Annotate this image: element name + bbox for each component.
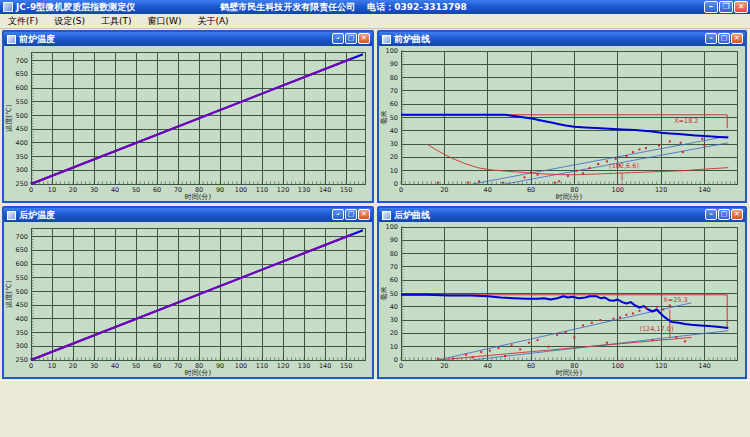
svg-text:20: 20 [440, 186, 448, 194]
svg-text:30: 30 [390, 140, 398, 148]
svg-text:600: 600 [16, 260, 28, 268]
svg-text:50: 50 [390, 114, 398, 122]
svg-text:150: 150 [340, 362, 352, 370]
rear-temp-title: 后炉温度 [19, 209, 55, 222]
svg-text:0: 0 [394, 180, 398, 188]
rear-curve-titlebar[interactable]: 后炉曲线 – □ ✕ [379, 208, 745, 222]
menu-settings[interactable]: 设定(S) [46, 15, 93, 28]
rear-temperature-chart: 0102030405060708090100110120130140150250… [4, 222, 372, 377]
svg-text:40: 40 [390, 303, 398, 311]
svg-text:40: 40 [484, 186, 492, 194]
rear-temp-titlebar[interactable]: 后炉温度 – □ ✕ [4, 208, 372, 222]
svg-text:60: 60 [390, 100, 398, 108]
svg-text:40: 40 [111, 186, 119, 194]
minimize-icon[interactable]: – [705, 33, 717, 44]
svg-text:时间(分): 时间(分) [185, 369, 212, 377]
svg-text:100: 100 [235, 362, 247, 370]
minimize-button[interactable]: – [704, 1, 718, 13]
svg-text:250: 250 [16, 356, 28, 364]
svg-text:10: 10 [390, 167, 398, 175]
svg-text:140: 140 [319, 362, 331, 370]
menu-file[interactable]: 文件(F) [0, 15, 46, 28]
svg-text:300: 300 [16, 166, 28, 174]
svg-text:30: 30 [390, 316, 398, 324]
svg-text:150: 150 [340, 186, 352, 194]
svg-text:110: 110 [256, 362, 268, 370]
svg-text:0: 0 [394, 356, 398, 364]
rear-curve-title: 后炉曲线 [394, 209, 430, 222]
close-icon[interactable]: ✕ [731, 209, 743, 220]
svg-text:100: 100 [386, 47, 398, 55]
svg-text:10: 10 [48, 186, 56, 194]
chart-window-icon [7, 211, 16, 220]
svg-text:X=18.2: X=18.2 [674, 117, 698, 125]
svg-text:650: 650 [16, 246, 28, 254]
svg-text:50: 50 [132, 362, 140, 370]
maximize-icon[interactable]: □ [718, 209, 730, 220]
front-temperature-chart: 0102030405060708090100110120130140150250… [4, 46, 372, 201]
maximize-icon[interactable]: □ [345, 209, 357, 220]
svg-text:500: 500 [16, 112, 28, 120]
svg-text:350: 350 [16, 153, 28, 161]
svg-text:10: 10 [390, 343, 398, 351]
svg-text:80: 80 [390, 250, 398, 258]
company-name: 鹤壁市民生科技开发有限责任公司 [220, 1, 355, 14]
svg-text:0: 0 [29, 186, 33, 194]
window-rear-furnace-temperature: 后炉温度 – □ ✕ 01020304050607080901001101201… [2, 206, 374, 379]
svg-text:(102,6.6): (102,6.6) [609, 162, 639, 170]
close-button[interactable]: ✕ [734, 1, 748, 13]
svg-text:20: 20 [390, 153, 398, 161]
svg-text:450: 450 [16, 125, 28, 133]
front-temp-titlebar[interactable]: 前炉温度 – □ ✕ [4, 32, 372, 46]
svg-text:时间(分): 时间(分) [556, 193, 583, 201]
front-curve-titlebar[interactable]: 前炉曲线 – □ ✕ [379, 32, 745, 46]
svg-text:600: 600 [16, 84, 28, 92]
svg-text:100: 100 [612, 186, 624, 194]
svg-text:60: 60 [527, 362, 535, 370]
svg-text:(124,17.0): (124,17.0) [639, 325, 673, 333]
svg-text:700: 700 [16, 57, 28, 65]
svg-text:70: 70 [174, 362, 182, 370]
svg-text:400: 400 [16, 139, 28, 147]
minimize-icon[interactable]: – [332, 33, 344, 44]
svg-text:20: 20 [69, 186, 77, 194]
minimize-icon[interactable]: – [332, 209, 344, 220]
svg-text:110: 110 [256, 186, 268, 194]
chart-window-icon [7, 35, 16, 44]
close-icon[interactable]: ✕ [358, 209, 370, 220]
svg-text:50: 50 [132, 186, 140, 194]
maximize-icon[interactable]: □ [345, 33, 357, 44]
phone-number: 电话：0392-3313798 [367, 1, 467, 14]
svg-text:30: 30 [90, 362, 98, 370]
svg-text:毫米: 毫米 [380, 111, 388, 125]
minimize-icon[interactable]: – [705, 209, 717, 220]
control-panel: 温度 前炉 标准 后炉 时间 实验时间 0 北京时间 7 [0, 380, 750, 437]
svg-text:时间(分): 时间(分) [185, 193, 212, 201]
svg-text:120: 120 [655, 186, 667, 194]
svg-text:40: 40 [111, 362, 119, 370]
svg-text:500: 500 [16, 288, 28, 296]
front-temp-title: 前炉温度 [19, 33, 55, 46]
menu-about[interactable]: 关于(A) [189, 15, 236, 28]
window-rear-furnace-curve: 后炉曲线 – □ ✕ 02040608010012014001020304050… [377, 206, 747, 379]
svg-text:0: 0 [29, 362, 33, 370]
menu-tools[interactable]: 工具(T) [93, 15, 140, 28]
window-front-furnace-temperature: 前炉温度 – □ ✕ 01020304050607080901001101201… [2, 30, 374, 203]
svg-text:550: 550 [16, 98, 28, 106]
chart-window-icon [382, 35, 391, 44]
svg-text:700: 700 [16, 233, 28, 241]
svg-text:40: 40 [484, 362, 492, 370]
close-icon[interactable]: ✕ [358, 33, 370, 44]
svg-text:0: 0 [399, 362, 403, 370]
svg-text:70: 70 [174, 186, 182, 194]
svg-text:90: 90 [390, 236, 398, 244]
restore-button[interactable]: ❐ [719, 1, 733, 13]
svg-text:350: 350 [16, 329, 28, 337]
maximize-icon[interactable]: □ [718, 33, 730, 44]
svg-text:140: 140 [319, 186, 331, 194]
svg-text:120: 120 [277, 362, 289, 370]
app-icon [3, 2, 13, 12]
window-front-furnace-curve: 前炉曲线 – □ ✕ 02040608010012014001020304050… [377, 30, 747, 203]
close-icon[interactable]: ✕ [731, 33, 743, 44]
menu-window[interactable]: 窗口(W) [139, 15, 189, 28]
